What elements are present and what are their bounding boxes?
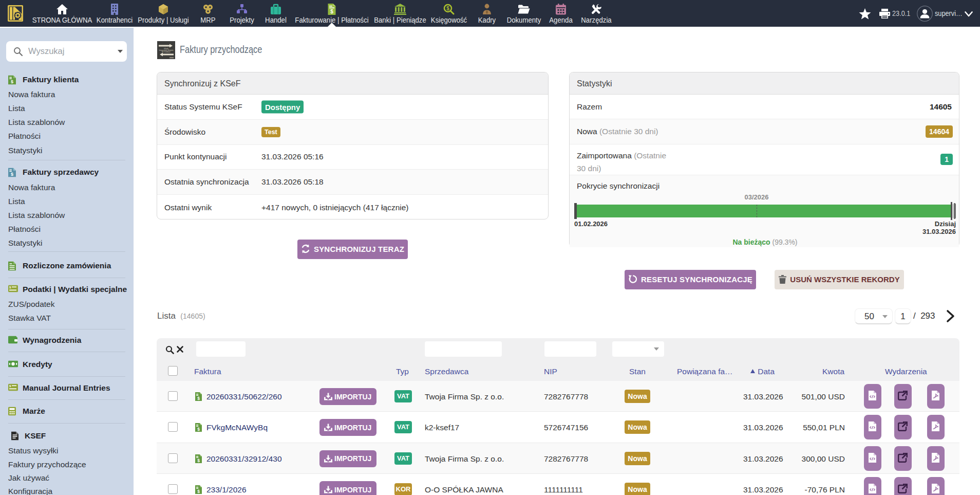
svg-text:$: $ [11,79,13,84]
svg-text:for Dolibarr: for Dolibarr [162,51,171,53]
svg-text:$: $ [11,172,13,177]
svg-text:$: $ [330,9,333,14]
svg-text:$: $ [446,6,449,11]
